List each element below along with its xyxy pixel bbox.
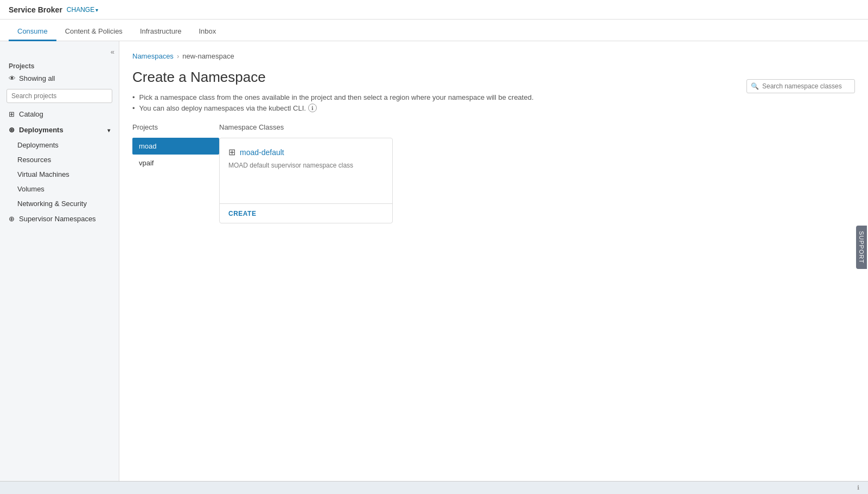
sidebar-item-supervisor-namespaces[interactable]: ⊕ Supervisor Namespaces [0,211,119,227]
tab-content-policies[interactable]: Content & Policies [56,23,131,41]
namespace-class-card-body: ⊞ moad-default MOAD default supervisor n… [220,138,392,203]
info-bullet-2: You can also deploy namespaces via the k… [132,104,855,112]
top-bar: Service Broker CHANGE [0,0,868,20]
info-bullets: Pick a namespace class from the ones ava… [132,93,855,112]
app-title: Service Broker [9,5,62,14]
breadcrumb-separator: › [177,52,179,60]
sidebar-item-volumes[interactable]: Volumes [0,182,119,196]
project-list-item-vpaif[interactable]: vpaif [132,155,219,171]
namespace-classes-column: Namespace Classes ⊞ moad-default MOAD de… [219,123,855,223]
main-layout: « Projects 👁 Showing all ⊞ Catalog ⊛ Dep… [0,41,868,494]
namespace-search-area: 🔍 [746,79,855,93]
projects-column: Projects moad vpaif [132,123,219,223]
breadcrumb-namespaces-link[interactable]: Namespaces [132,52,174,60]
info-bullet-1: Pick a namespace class from the ones ava… [132,93,855,101]
sidebar-item-catalog[interactable]: ⊞ Catalog [0,106,119,122]
catalog-icon: ⊞ [9,110,15,118]
chevron-down-icon [95,6,98,14]
breadcrumb: Namespaces › new-namespace [132,52,855,60]
chevron-down-icon [107,126,110,134]
supervisor-icon: ⊕ [9,215,15,223]
sidebar-collapse-button[interactable]: « [0,48,119,60]
search-projects-input[interactable] [7,89,112,103]
projects-col-header: Projects [132,123,219,133]
namespace-class-name: ⊞ moad-default [228,147,384,157]
sidebar-item-virtual-machines[interactable]: Virtual Machines [0,167,119,182]
search-icon: 🔍 [751,82,759,90]
status-bar: ℹ [0,481,868,494]
sidebar-item-resources[interactable]: Resources [0,152,119,167]
namespace-class-card-footer: CREATE [220,203,392,223]
create-button[interactable]: CREATE [228,210,256,217]
tab-inbox[interactable]: Inbox [190,23,225,41]
nav-tabs: Consume Content & Policies Infrastructur… [0,20,868,41]
deployments-icon: ⊛ [9,126,15,134]
namespace-class-icon: ⊞ [228,147,235,157]
sidebar: « Projects 👁 Showing all ⊞ Catalog ⊛ Dep… [0,41,119,494]
tab-infrastructure[interactable]: Infrastructure [131,23,190,41]
sidebar-item-deployments[interactable]: ⊛ Deployments [0,122,119,138]
eye-icon: 👁 [9,74,16,82]
projects-label: Projects [0,60,119,71]
tab-consume[interactable]: Consume [9,23,56,41]
sidebar-item-deployments-sub[interactable]: Deployments [0,138,119,152]
namespace-class-description: MOAD default supervisor namespace class [228,162,384,169]
namespace-classes-col-header: Namespace Classes [219,123,855,133]
sidebar-showing-all[interactable]: 👁 Showing all [0,71,119,86]
support-tab[interactable]: SUPPORT [856,226,867,269]
content-area: Namespaces › new-namespace Create a Name… [119,41,868,494]
sidebar-item-networking-security[interactable]: Networking & Security [0,196,119,211]
namespace-class-search-input[interactable] [746,79,855,93]
breadcrumb-current: new-namespace [182,52,234,60]
project-list-item-moad[interactable]: moad [132,138,219,155]
namespace-class-card: ⊞ moad-default MOAD default supervisor n… [219,138,393,223]
change-button[interactable]: CHANGE [67,6,98,14]
kubectl-info-icon[interactable]: ℹ [308,104,317,112]
status-bar-icon: ℹ [857,484,859,491]
namespace-creator: Projects moad vpaif Namespace Classes ⊞ … [132,123,855,223]
